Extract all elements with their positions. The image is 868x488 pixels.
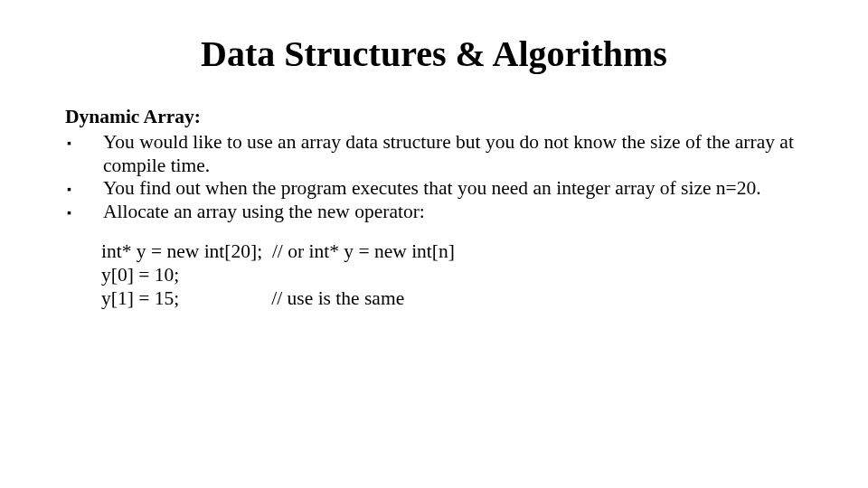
list-item: ▪ Allocate an array using the new operat…	[65, 201, 817, 224]
bullet-list: ▪ You would like to use an array data st…	[65, 131, 817, 225]
bullet-text: You would like to use an array data stru…	[103, 131, 817, 178]
bullet-text: Allocate an array using the new operator…	[103, 201, 817, 224]
section-heading: Dynamic Array:	[65, 106, 817, 129]
slide-body: Dynamic Array: ▪ You would like to use a…	[0, 106, 868, 311]
code-block: int* y = new int[20]; // or int* y = new…	[65, 240, 817, 310]
bullet-icon: ▪	[65, 131, 103, 155]
list-item: ▪ You find out when the program executes…	[65, 177, 817, 201]
code-line: y[0] = 10;	[101, 264, 817, 287]
list-item: ▪ You would like to use an array data st…	[65, 131, 817, 178]
code-line: y[1] = 15; // use is the same	[101, 287, 817, 311]
bullet-text: You find out when the program executes t…	[103, 177, 817, 201]
code-line: int* y = new int[20]; // or int* y = new…	[101, 240, 817, 264]
bullet-icon: ▪	[65, 177, 103, 201]
slide-title: Data Structures & Algorithms	[0, 0, 868, 106]
bullet-icon: ▪	[65, 201, 103, 224]
